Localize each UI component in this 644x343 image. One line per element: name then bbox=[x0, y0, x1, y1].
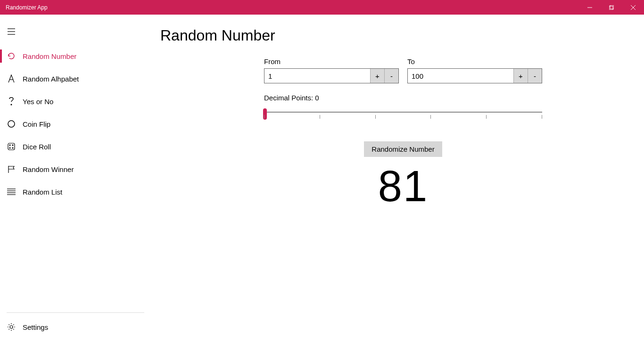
svg-rect-2 bbox=[610, 5, 614, 9]
sidebar-item-coin-flip[interactable]: Coin Flip bbox=[0, 113, 151, 135]
to-field: To + - bbox=[407, 57, 542, 83]
hamburger-button[interactable] bbox=[0, 22, 23, 41]
settings-label: Settings bbox=[23, 323, 48, 331]
svg-point-21 bbox=[10, 326, 13, 328]
sidebar-item-settings[interactable]: Settings bbox=[0, 316, 151, 338]
refresh-icon bbox=[7, 51, 16, 61]
sidebar-item-label: Random Alhpabet bbox=[23, 75, 79, 83]
sidebar: Random Number Random Alhpabet Yes or No bbox=[0, 15, 151, 343]
from-field: From + - bbox=[264, 57, 399, 83]
svg-point-10 bbox=[8, 121, 15, 127]
page-title: Random Number bbox=[160, 27, 639, 44]
from-increment-button[interactable]: + bbox=[370, 69, 384, 83]
from-label: From bbox=[264, 57, 399, 65]
svg-point-15 bbox=[12, 147, 13, 148]
to-label: To bbox=[407, 57, 542, 65]
svg-point-14 bbox=[9, 147, 10, 148]
flag-icon bbox=[7, 164, 16, 174]
slider-track bbox=[264, 112, 542, 113]
sidebar-item-label: Random Winner bbox=[23, 165, 74, 173]
from-input[interactable] bbox=[264, 69, 370, 83]
maximize-button[interactable] bbox=[601, 0, 622, 15]
list-icon bbox=[7, 187, 16, 196]
to-number-box: + - bbox=[407, 68, 542, 83]
sidebar-item-yes-or-no[interactable]: Yes or No bbox=[0, 90, 151, 113]
minimize-button[interactable] bbox=[579, 0, 601, 15]
question-icon bbox=[7, 97, 16, 106]
main-content: Random Number From + - To bbox=[151, 15, 644, 343]
dice-icon bbox=[7, 142, 16, 151]
sidebar-item-label: Dice Roll bbox=[23, 143, 51, 151]
slider-ticks bbox=[264, 115, 542, 119]
close-button[interactable] bbox=[622, 0, 644, 15]
svg-point-13 bbox=[12, 145, 13, 146]
svg-rect-1 bbox=[609, 6, 613, 10]
maximize-icon bbox=[609, 5, 614, 10]
sidebar-item-label: Coin Flip bbox=[23, 120, 50, 128]
sidebar-item-random-number[interactable]: Random Number bbox=[0, 45, 151, 67]
randomize-button[interactable]: Randomize Number bbox=[364, 141, 442, 157]
sidebar-item-label: Random Number bbox=[23, 52, 76, 60]
sidebar-item-dice-roll[interactable]: Dice Roll bbox=[0, 135, 151, 158]
result-number: 81 bbox=[264, 162, 542, 211]
to-input[interactable] bbox=[408, 69, 513, 83]
sidebar-item-random-list[interactable]: Random List bbox=[0, 180, 151, 203]
sidebar-item-random-alphabet[interactable]: Random Alhpabet bbox=[0, 67, 151, 90]
title-bar: Randomizer App bbox=[0, 0, 644, 15]
circle-icon bbox=[7, 119, 16, 129]
decimal-points-slider[interactable] bbox=[264, 108, 542, 122]
gear-icon bbox=[7, 322, 16, 332]
sidebar-item-random-winner[interactable]: Random Winner bbox=[0, 158, 151, 180]
svg-rect-11 bbox=[8, 143, 15, 150]
random-number-panel: From + - To + - bbox=[264, 57, 542, 211]
minimize-icon bbox=[587, 5, 592, 10]
decimal-points-label: Decimal Points: 0 bbox=[264, 94, 542, 102]
window-title: Randomizer App bbox=[6, 4, 48, 11]
sidebar-item-label: Yes or No bbox=[23, 98, 53, 106]
to-increment-button[interactable]: + bbox=[513, 69, 528, 83]
from-number-box: + - bbox=[264, 68, 399, 83]
window-controls bbox=[579, 0, 644, 15]
alphabet-icon bbox=[7, 74, 16, 83]
svg-point-9 bbox=[11, 104, 12, 105]
svg-point-12 bbox=[9, 145, 10, 146]
nav-list: Random Number Random Alhpabet Yes or No bbox=[0, 45, 151, 312]
sidebar-divider bbox=[7, 312, 144, 313]
from-decrement-button[interactable]: - bbox=[384, 69, 398, 83]
to-decrement-button[interactable]: - bbox=[528, 69, 542, 83]
close-icon bbox=[631, 5, 636, 10]
sidebar-item-label: Random List bbox=[23, 188, 62, 196]
hamburger-icon bbox=[7, 27, 16, 36]
